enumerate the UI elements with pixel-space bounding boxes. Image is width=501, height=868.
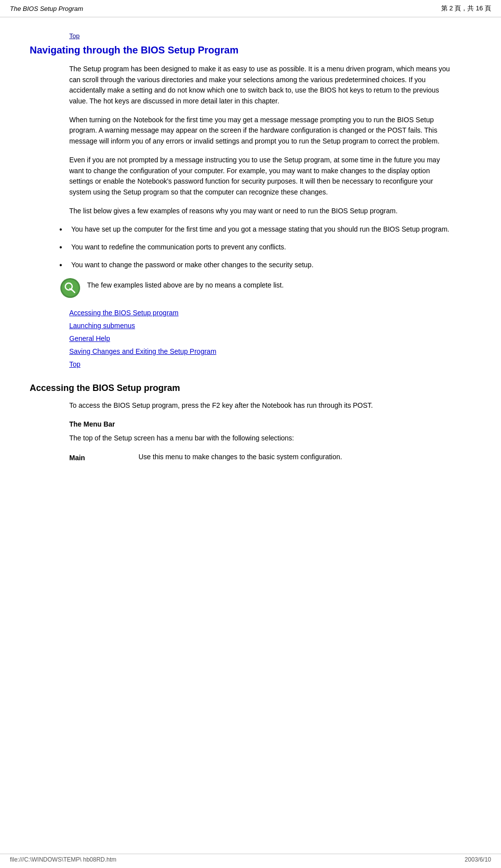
page-footer: file:///C:\WINDOWS\TEMP\ hb08RD.htm 2003… [0,854,501,863]
section1-paragraphs: The Setup program has been designed to m… [30,64,471,216]
section2-content: To access the BIOS Setup program, press … [30,400,471,443]
nav-link-accessing[interactable]: Accessing the BIOS Setup program [69,309,471,317]
bullet-item-1: You have set up the computer for the fir… [59,224,471,235]
section2-intro: To access the BIOS Setup program, press … [69,400,452,411]
svg-point-1 [62,280,79,296]
footer-right: 2003/6/10 [465,856,491,863]
page-header: The BIOS Setup Program 第 2 頁，共 16 頁 [0,0,501,17]
top-link-small[interactable]: Top [69,32,471,40]
menu-item-value-main: Use this menu to make changes to the bas… [138,452,452,464]
note-icon [59,277,81,299]
paragraph-1: The Setup program has been designed to m… [69,64,452,107]
paragraph-3: Even if you are not prompted by a messag… [69,155,452,198]
note-box: The few examples listed above are by no … [30,277,471,299]
bullet-item-2: You want to redefine the communication p… [59,242,471,253]
footer-left: file:///C:\WINDOWS\TEMP\ hb08RD.htm [10,856,116,863]
menu-item-label-main: Main [69,452,129,464]
paragraph-2: When turning on the Notebook for the fir… [69,115,452,147]
main-content: Top Navigating through the BIOS Setup Pr… [0,17,501,483]
bullet-item-3: You want to change the password or make … [59,260,471,271]
top-link[interactable]: Top [69,360,471,368]
header-pagination: 第 2 頁，共 16 頁 [441,4,491,13]
nav-link-general-help[interactable]: General Help [69,335,471,342]
menu-table: Main Use this menu to make changes to th… [30,452,471,464]
note-text: The few examples listed above are by no … [87,277,284,291]
bullet-list: You have set up the computer for the fir… [30,224,471,270]
subsection-title: The Menu Bar [69,420,452,428]
section1-title: Navigating through the BIOS Setup Progra… [30,45,471,56]
nav-links-section: Accessing the BIOS Setup program Launchi… [30,309,471,368]
nav-link-saving[interactable]: Saving Changes and Exiting the Setup Pro… [69,347,471,355]
header-title: The BIOS Setup Program [10,5,83,12]
subsection-intro: The top of the Setup screen has a menu b… [69,433,452,444]
section2-title: Accessing the BIOS Setup program [30,383,471,393]
nav-link-launching[interactable]: Launching submenus [69,322,471,330]
paragraph-4: The list below gives a few examples of r… [69,206,452,217]
